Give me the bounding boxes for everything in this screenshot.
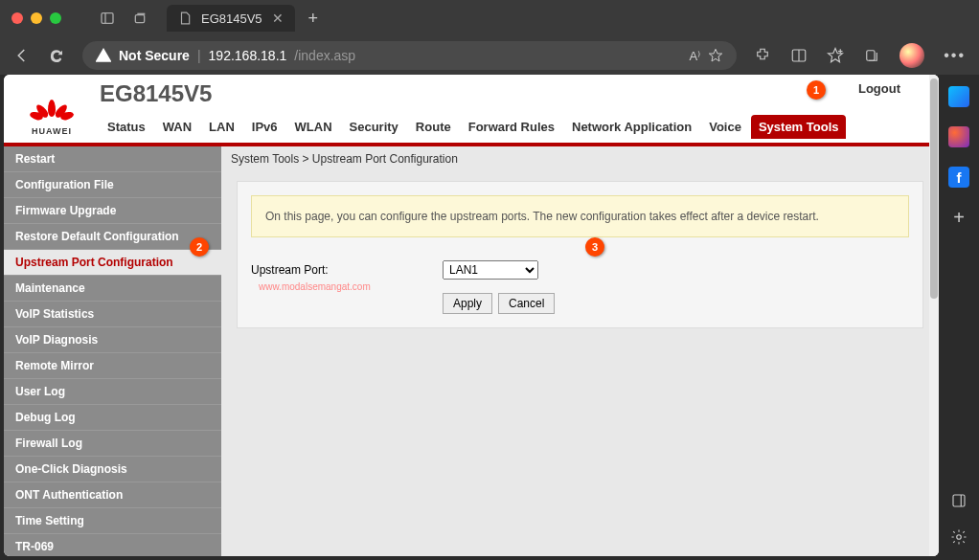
tab-status[interactable]: Status — [100, 115, 153, 139]
upstream-port-select[interactable]: LAN1 — [443, 260, 538, 280]
logo-text: HUAWEI — [32, 126, 72, 136]
sidebar-item-configuration-file[interactable]: Configuration File — [4, 172, 221, 198]
settings-icon[interactable] — [950, 528, 968, 546]
collections-icon[interactable] — [863, 47, 880, 64]
scrollbar[interactable] — [929, 75, 939, 556]
tab-voice[interactable]: Voice — [701, 115, 749, 139]
huawei-logo: HUAWEI — [23, 90, 80, 143]
window-controls — [100, 11, 148, 26]
shapes-icon[interactable] — [948, 126, 969, 147]
url-box[interactable]: Not Secure | 192.168.18.1/index.asp A⁾ — [82, 41, 737, 70]
more-icon[interactable]: ••• — [944, 47, 966, 64]
close-window-icon[interactable] — [11, 12, 23, 24]
page-icon — [178, 11, 192, 25]
new-tab-button[interactable]: + — [308, 9, 319, 29]
window-titlebar: EG8145V5 ✕ + — [0, 0, 979, 36]
sidebar-item-one-click-diagnosis[interactable]: One-Click Diagnosis — [4, 457, 221, 482]
sidebar-item-restart[interactable]: Restart — [4, 146, 221, 172]
warning-icon — [96, 48, 111, 63]
annotation-badge-3: 3 — [585, 237, 604, 257]
main-box: On this page, you can configure the upst… — [237, 181, 923, 328]
sidebar-item-upstream-port-configuration[interactable]: Upstream Port Configuration — [4, 250, 221, 276]
panel-toggle-icon[interactable] — [950, 492, 968, 509]
edge-sidebar: f + — [939, 75, 979, 560]
svg-rect-9 — [953, 495, 965, 506]
sidebar-item-user-log[interactable]: User Log — [4, 379, 221, 405]
page-body: RestartConfiguration FileFirmware Upgrad… — [4, 146, 939, 556]
sidebar-item-time-setting[interactable]: Time Setting — [4, 508, 221, 534]
svg-rect-3 — [137, 13, 145, 15]
browser-tab[interactable]: EG8145V5 ✕ — [167, 5, 295, 32]
svg-rect-0 — [102, 13, 113, 24]
read-aloud-icon[interactable]: A⁾ — [690, 49, 701, 63]
copilot-icon[interactable] — [948, 86, 969, 107]
svg-point-11 — [957, 535, 962, 540]
upstream-port-label: Upstream Port: — [251, 263, 443, 277]
annotation-badge-2: 2 — [190, 237, 209, 257]
form-buttons: Apply Cancel — [238, 289, 922, 327]
scrollbar-thumb[interactable] — [930, 78, 938, 299]
tab-wlan[interactable]: WLAN — [287, 115, 340, 139]
apply-button[interactable]: Apply — [443, 293, 492, 314]
main-panel: System Tools > Upstream Port Configurati… — [221, 146, 939, 556]
back-icon[interactable] — [13, 47, 31, 64]
sidebar-item-firmware-upgrade[interactable]: Firmware Upgrade — [4, 198, 221, 224]
sidebar-item-debug-log[interactable]: Debug Log — [4, 405, 221, 431]
maximize-window-icon[interactable] — [50, 12, 61, 24]
sidebar-item-firewall-log[interactable]: Firewall Log — [4, 431, 221, 457]
sidebar-item-remote-mirror[interactable]: Remote Mirror — [4, 353, 221, 379]
traffic-lights — [11, 12, 61, 24]
sidebar-item-tr-069[interactable]: TR-069 — [4, 534, 221, 556]
minimize-window-icon[interactable] — [31, 12, 42, 24]
sidebar-item-maintenance[interactable]: Maintenance — [4, 276, 221, 302]
not-secure-label: Not Secure — [119, 48, 190, 63]
product-name: EG8145V5 — [100, 80, 212, 107]
svg-rect-2 — [135, 15, 144, 23]
add-tool-icon[interactable]: + — [948, 207, 969, 228]
tab-lan[interactable]: LAN — [201, 115, 242, 139]
sidebar-toggle-icon[interactable] — [100, 11, 115, 26]
annotation-badge-1: 1 — [807, 80, 826, 100]
tab-wan[interactable]: WAN — [155, 115, 199, 139]
split-screen-icon[interactable] — [790, 47, 808, 64]
main-tabs: StatusWANLANIPv6WLANSecurityRouteForward… — [100, 115, 920, 139]
page-header: HUAWEI EG8145V5 Logout StatusWANLANIPv6W… — [4, 75, 939, 146]
refresh-icon[interactable] — [48, 47, 65, 64]
cancel-button[interactable]: Cancel — [498, 293, 555, 314]
tab-forward-rules[interactable]: Forward Rules — [461, 115, 562, 139]
tab-security[interactable]: Security — [342, 115, 406, 139]
sidebar-item-restore-default-configuration[interactable]: Restore Default Configuration — [4, 224, 221, 250]
facebook-icon[interactable]: f — [948, 167, 969, 188]
info-box: On this page, you can configure the upst… — [251, 195, 909, 237]
tab-ipv6[interactable]: IPv6 — [244, 115, 285, 139]
left-sidebar: RestartConfiguration FileFirmware Upgrad… — [4, 146, 221, 556]
tab-title: EG8145V5 — [201, 11, 262, 26]
logout-link[interactable]: Logout — [858, 81, 900, 96]
profile-avatar[interactable] — [899, 43, 924, 68]
tab-network-application[interactable]: Network Application — [564, 115, 699, 139]
address-bar: Not Secure | 192.168.18.1/index.asp A⁾ •… — [0, 36, 979, 75]
toolbar-icons: ••• — [754, 43, 966, 68]
extensions-icon[interactable] — [754, 47, 771, 64]
url-path: /index.asp — [294, 48, 355, 63]
window-stack-icon[interactable] — [132, 11, 148, 26]
page-content: HUAWEI EG8145V5 Logout StatusWANLANIPv6W… — [4, 75, 939, 556]
watermark-text: www.modalsemangat.com — [259, 281, 371, 292]
breadcrumb: System Tools > Upstream Port Configurati… — [221, 146, 939, 171]
sidebar-item-voip-statistics[interactable]: VoIP Statistics — [4, 302, 221, 327]
url-host: 192.168.18.1 — [209, 48, 287, 63]
sidebar-item-ont-authentication[interactable]: ONT Authentication — [4, 482, 221, 508]
favorites-bar-icon[interactable] — [827, 47, 844, 64]
close-tab-icon[interactable]: ✕ — [272, 11, 284, 26]
favorite-icon[interactable] — [708, 48, 723, 63]
form-row: Upstream Port: LAN1 3 www.modalsemangat.… — [238, 251, 922, 289]
svg-rect-8 — [867, 51, 875, 61]
sidebar-item-voip-diagnosis[interactable]: VoIP Diagnosis — [4, 327, 221, 353]
tab-system-tools[interactable]: System Tools — [751, 115, 847, 139]
tab-route[interactable]: Route — [408, 115, 459, 139]
